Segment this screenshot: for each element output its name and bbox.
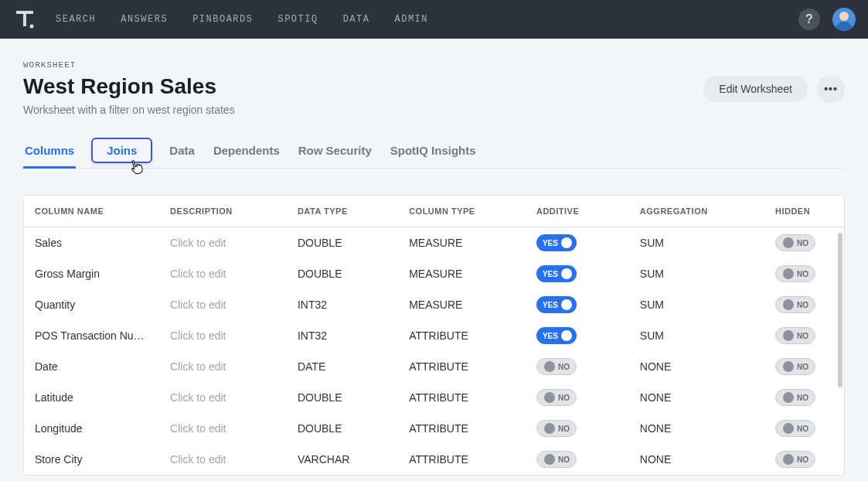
breadcrumb: WORKSHEET [23, 60, 845, 70]
tab-columns[interactable]: Columns [23, 138, 76, 168]
cell-data-type[interactable]: VARCHAR [287, 444, 398, 475]
cell-column-name[interactable]: Longitude [24, 413, 159, 444]
table-row: SalesClick to editDOUBLEMEASUREYESSUMNO [24, 227, 844, 259]
cell-data-type[interactable]: DOUBLE [287, 258, 398, 289]
cell-additive: YES [526, 320, 629, 351]
cell-data-type[interactable]: DATE [287, 351, 398, 382]
cell-additive: YES [526, 258, 629, 289]
toggle-no[interactable]: NO [775, 327, 815, 344]
th-hidden[interactable]: HIDDEN [764, 196, 844, 227]
cell-column-type[interactable]: ATTRIBUTE [398, 444, 526, 475]
cell-data-type[interactable]: DOUBLE [287, 382, 398, 413]
toggle-no[interactable]: NO [536, 451, 577, 468]
toggle-no[interactable]: NO [775, 420, 815, 437]
cell-aggregation[interactable]: NONE [629, 413, 764, 444]
toggle-yes[interactable]: YES [536, 234, 577, 251]
cell-aggregation[interactable]: SUM [629, 258, 764, 289]
cell-data-type[interactable]: INT32 [287, 320, 398, 351]
th-additive[interactable]: ADDITIVE [526, 196, 629, 227]
nav-spotiq[interactable]: SPOTIQ [277, 14, 318, 25]
table-row: Gross MarginClick to editDOUBLEMEASUREYE… [24, 258, 844, 289]
table-row: LatitudeClick to editDOUBLEATTRIBUTENONO… [24, 382, 844, 413]
cell-column-name[interactable]: Quantity [24, 289, 159, 320]
toggle-no[interactable]: NO [775, 358, 815, 375]
svg-rect-1 [23, 11, 26, 26]
th-data-type[interactable]: DATA TYPE [287, 196, 398, 227]
toggle-no[interactable]: NO [536, 389, 577, 406]
cell-aggregation[interactable]: SUM [629, 320, 764, 351]
toggle-no[interactable]: NO [775, 265, 815, 282]
cell-column-name[interactable]: Store City [24, 444, 159, 475]
toggle-yes[interactable]: YES [536, 327, 577, 344]
nav-answers[interactable]: ANSWERS [121, 14, 168, 25]
nav-pinboards[interactable]: PINBOARDS [192, 14, 253, 25]
cell-column-name[interactable]: Date [24, 351, 159, 382]
cell-additive: YES [526, 289, 629, 320]
toggle-no[interactable]: NO [775, 451, 815, 468]
cell-column-name[interactable]: Sales [24, 227, 159, 259]
th-column-name[interactable]: COLUMN NAME [24, 196, 159, 227]
help-icon[interactable]: ? [798, 9, 820, 30]
tab-joins[interactable]: Joins [91, 138, 152, 163]
cell-data-type[interactable]: INT32 [287, 289, 398, 320]
cell-additive: NO [526, 444, 629, 475]
toggle-yes[interactable]: YES [536, 265, 577, 282]
cell-column-name[interactable]: Gross Margin [24, 258, 159, 289]
edit-worksheet-button[interactable]: Edit Worksheet [703, 76, 808, 102]
columns-table: COLUMN NAME DESCRIPTION DATA TYPE COLUMN… [24, 196, 844, 475]
cell-hidden: NO [764, 413, 844, 444]
cell-description[interactable]: Click to edit [159, 258, 287, 289]
cell-description[interactable]: Click to edit [159, 351, 287, 382]
cell-description[interactable]: Click to edit [159, 413, 287, 444]
toggle-no[interactable]: NO [775, 234, 815, 251]
cell-aggregation[interactable]: SUM [629, 289, 764, 320]
cell-data-type[interactable]: DOUBLE [287, 413, 398, 444]
more-menu-button[interactable]: ••• [817, 75, 845, 103]
table-row: QuantityClick to editINT32MEASUREYESSUMN… [24, 289, 844, 320]
cell-aggregation[interactable]: SUM [629, 227, 764, 259]
tab-data[interactable]: Data [168, 138, 196, 168]
cell-description[interactable]: Click to edit [159, 289, 287, 320]
cell-additive: YES [526, 227, 629, 259]
toggle-no[interactable]: NO [775, 296, 815, 313]
cell-column-type[interactable]: ATTRIBUTE [398, 320, 526, 351]
nav-data[interactable]: DATA [343, 14, 370, 25]
cell-description[interactable]: Click to edit [159, 227, 287, 259]
cell-column-type[interactable]: MEASURE [398, 289, 526, 320]
tab-row-security[interactable]: Row Security [297, 138, 373, 168]
cell-column-type[interactable]: ATTRIBUTE [398, 351, 526, 382]
cell-column-name[interactable]: POS Transaction Nu… [24, 320, 159, 351]
tab-spotiq-insights[interactable]: SpotIQ Insights [389, 138, 478, 168]
cell-description[interactable]: Click to edit [159, 320, 287, 351]
table-row: LongitudeClick to editDOUBLEATTRIBUTENON… [24, 413, 844, 444]
cell-column-type[interactable]: ATTRIBUTE [398, 382, 526, 413]
cell-data-type[interactable]: DOUBLE [287, 227, 398, 259]
cell-column-type[interactable]: ATTRIBUTE [398, 413, 526, 444]
avatar[interactable] [832, 8, 856, 31]
nav-search[interactable]: SEARCH [56, 14, 96, 25]
cell-description[interactable]: Click to edit [159, 382, 287, 413]
cell-hidden: NO [764, 351, 844, 382]
th-aggregation[interactable]: AGGREGATION [629, 196, 764, 227]
scrollbar[interactable] [838, 233, 842, 387]
cell-column-name[interactable]: Latitude [24, 382, 159, 413]
th-column-type[interactable]: COLUMN TYPE [398, 196, 526, 227]
nav-admin[interactable]: ADMIN [394, 14, 428, 25]
toggle-no[interactable]: NO [536, 420, 577, 437]
tab-dependents[interactable]: Dependents [212, 138, 281, 168]
cell-column-type[interactable]: MEASURE [398, 227, 526, 259]
th-description[interactable]: DESCRIPTION [159, 196, 287, 227]
table-wrap: COLUMN NAME DESCRIPTION DATA TYPE COLUMN… [23, 195, 845, 476]
cell-additive: NO [526, 382, 629, 413]
page-subtitle: Worksheet with a filter on west region s… [23, 104, 845, 116]
svg-point-2 [30, 25, 34, 29]
cell-aggregation[interactable]: NONE [629, 351, 764, 382]
toggle-no[interactable]: NO [775, 389, 815, 406]
cell-aggregation[interactable]: NONE [629, 444, 764, 475]
toggle-yes[interactable]: YES [536, 296, 577, 313]
cell-aggregation[interactable]: NONE [629, 382, 764, 413]
cell-description[interactable]: Click to edit [159, 444, 287, 475]
cell-column-type[interactable]: MEASURE [398, 258, 526, 289]
logo-icon[interactable] [12, 7, 37, 32]
toggle-no[interactable]: NO [536, 358, 577, 375]
